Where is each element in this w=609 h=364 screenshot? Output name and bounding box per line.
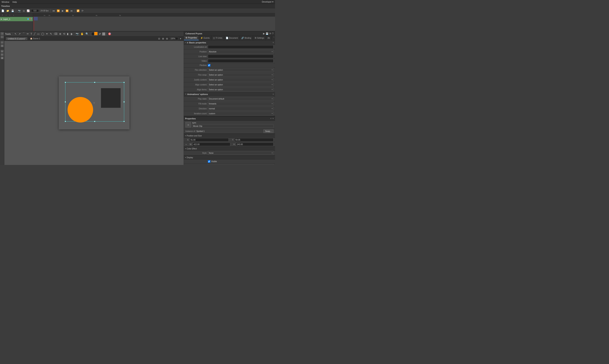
tool-lasso[interactable]: ⌒: [22, 32, 26, 36]
handle-bc[interactable]: [94, 121, 95, 122]
blending-select[interactable]: Normal Multiply Screen Overlay: [208, 164, 273, 165]
stage-canvas[interactable]: [4, 41, 184, 165]
tool-rect[interactable]: ▭: [37, 32, 40, 36]
tab-binding[interactable]: 🔗 Binding: [240, 36, 253, 40]
zoom-maximize-btn[interactable]: ⊞: [165, 37, 169, 40]
tool-swap-colors[interactable]: ⇄: [98, 32, 102, 36]
layer-row[interactable]: ▶ Layer_1: [0, 17, 33, 21]
align-items-select[interactable]: Select an option flex-start flex-end cen…: [208, 88, 273, 91]
tool-text[interactable]: T: [30, 32, 33, 36]
lower-close-btn[interactable]: ✕: [272, 117, 274, 119]
style-select[interactable]: None Brightness Tint Alpha Advanced: [208, 151, 273, 155]
zoom-actual-btn[interactable]: ⊠: [161, 37, 165, 40]
live-view-input[interactable]: [208, 55, 273, 58]
tab-settings[interactable]: ⚙ Settings: [253, 36, 266, 40]
y-input[interactable]: [234, 138, 273, 142]
cp-play-btn[interactable]: ▶: [263, 32, 265, 35]
tool-camera[interactable]: 📷: [75, 32, 79, 36]
handle-tc[interactable]: [94, 82, 95, 83]
video-input[interactable]: [208, 59, 273, 63]
mini-icon-5[interactable]: ⊞: [0, 50, 4, 53]
timeline-content[interactable]: [33, 16, 275, 31]
tab-more-btn[interactable]: ›: [273, 36, 275, 40]
tl-skip-fwd[interactable]: ⏭: [70, 9, 73, 13]
basic-props-collapse[interactable]: ≡: [273, 41, 274, 44]
tl-onion-btn[interactable]: ◎: [22, 9, 25, 13]
tl-play[interactable]: ▶: [61, 9, 64, 13]
align-content-select[interactable]: Select an option flex-start flex-end cen…: [208, 83, 273, 87]
tool-pencil[interactable]: ✎: [49, 32, 53, 36]
tool-ellipse[interactable]: ◯: [41, 32, 45, 36]
handle-br[interactable]: [124, 121, 125, 122]
localization-id-input[interactable]: [208, 45, 273, 49]
add-layer-btn[interactable]: +: [1, 14, 4, 16]
handle-bl[interactable]: [65, 121, 66, 122]
tl-sync-btn[interactable]: ⟳: [81, 9, 84, 13]
display-header[interactable]: ▾ Display: [184, 156, 275, 159]
layer-up-btn[interactable]: ↑: [8, 14, 11, 16]
tl-open-btn[interactable]: 📁: [6, 9, 10, 13]
tl-save-btn[interactable]: 💾: [11, 9, 15, 13]
zoom-fit-btn[interactable]: ⊟: [158, 37, 161, 40]
cp-help-btn[interactable]: ?: [272, 32, 273, 35]
anim-collapse[interactable]: ≡: [273, 93, 274, 95]
tl-skip-back[interactable]: ⏮: [52, 9, 55, 13]
position-select[interactable]: Absolute Relative Fixed: [208, 50, 273, 54]
mini-icon-1[interactable]: ◁: [0, 32, 4, 35]
tl-step-back[interactable]: ⏪: [56, 9, 60, 13]
w-input[interactable]: [193, 143, 230, 146]
tool-eyedrop[interactable]: ⊕: [59, 32, 62, 36]
visible-checkbox[interactable]: [208, 160, 210, 163]
tool-zoom[interactable]: 🔍: [85, 32, 89, 36]
direction-select[interactable]: normal reverse alternate alternate-rever…: [208, 107, 273, 111]
flex-direction-select[interactable]: Select an option row column row-reverse …: [208, 68, 273, 72]
handle-ml[interactable]: [65, 102, 66, 103]
tool-pen[interactable]: ✒: [45, 32, 49, 36]
animations-header[interactable]: ⚙ Animations' options ≡: [184, 92, 275, 96]
cp-save-btn[interactable]: 💾: [265, 32, 268, 35]
play-state-select[interactable]: Document default running paused: [208, 97, 273, 101]
lower-collapse-btn[interactable]: ≡: [270, 117, 271, 119]
tool-paint[interactable]: ✏: [26, 32, 29, 36]
tool-hand[interactable]: ✋: [80, 32, 84, 36]
mini-icon-3[interactable]: ≡: [0, 41, 4, 44]
link-icon[interactable]: ∞: [185, 143, 187, 145]
color-effect-header[interactable]: ▾ Color Effect: [184, 147, 275, 151]
mini-icon-7[interactable]: ▣: [0, 57, 4, 59]
menu-window[interactable]: Window: [1, 1, 9, 3]
cp-refresh-btn[interactable]: ⟳: [269, 32, 271, 35]
flex-wrap-select[interactable]: Select an option wrap nowrap wrap-revers…: [208, 73, 273, 77]
fill-color[interactable]: [94, 32, 98, 35]
tool-line[interactable]: ╱: [33, 32, 36, 36]
handle-tr[interactable]: [124, 82, 125, 83]
tool-gradient[interactable]: ◑: [69, 32, 73, 36]
tl-step-fwd[interactable]: ⏩: [65, 9, 69, 13]
layer-down-btn[interactable]: ↓: [12, 14, 15, 16]
basic-properties-header[interactable]: ▸ ▣ Basic properties ≡: [184, 40, 275, 45]
mini-icon-2[interactable]: ▷: [0, 36, 4, 38]
tab-properties[interactable]: ⚙ Properties: [184, 36, 199, 40]
position-size-header[interactable]: ▾ Position and Size: [184, 134, 275, 138]
tab-events[interactable]: ⚡ Events: [199, 36, 212, 40]
tab-document[interactable]: 📄 Document: [224, 36, 240, 40]
stage-tab[interactable]: Untitled-8 (Custom)*: [6, 37, 27, 40]
symbol-type-select[interactable]: Movie Clip Graphic Button: [192, 124, 273, 128]
menu-help[interactable]: Help: [12, 1, 17, 3]
tool-eraser[interactable]: ⌫: [53, 32, 58, 36]
alpha-swatch[interactable]: [102, 32, 105, 36]
tab-ti-units[interactable]: ◫ TI Units: [211, 36, 224, 40]
tl-loop-btn[interactable]: 🔁: [76, 9, 80, 13]
handle-mr[interactable]: [124, 102, 125, 103]
mini-icon-4[interactable]: ▤: [0, 44, 4, 47]
tool-transform[interactable]: ⟲: [63, 32, 66, 36]
del-layer-btn[interactable]: −: [4, 14, 8, 16]
zoom-dropdown-btn[interactable]: ▾: [179, 37, 182, 40]
tool-snap[interactable]: 🎯: [107, 32, 112, 36]
tool-select[interactable]: ↖: [14, 32, 17, 36]
tl-new-btn[interactable]: 📄: [1, 9, 5, 13]
handle-tl[interactable]: [65, 82, 66, 83]
fill-mode-select[interactable]: forwards none backwards both: [208, 102, 273, 106]
mini-icon-6[interactable]: ⊟: [0, 53, 4, 56]
h-input[interactable]: [236, 143, 273, 146]
zoom-input[interactable]: [169, 37, 178, 40]
